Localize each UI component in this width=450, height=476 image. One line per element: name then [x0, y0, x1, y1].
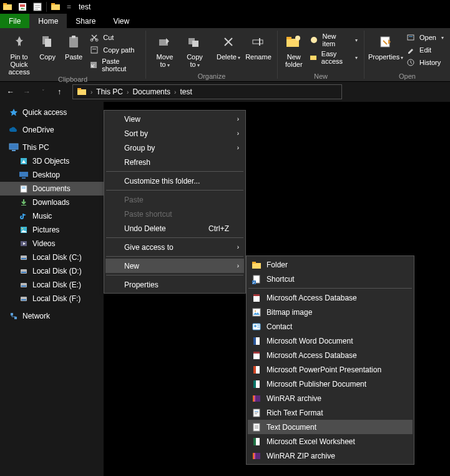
edit-button[interactable]: Edit: [403, 44, 446, 56]
sidebar-onedrive[interactable]: OneDrive: [0, 123, 104, 137]
ctx-pasteshortcut: Paste shortcut: [105, 207, 244, 221]
svg-rect-41: [22, 187, 26, 187]
new-microsoft-access-database[interactable]: Microsoft Access Database: [248, 348, 413, 362]
address-bar[interactable]: › This PC › Documents › test: [72, 84, 342, 99]
sidebar-item-icon: [19, 266, 29, 276]
sidebar-item-local-disk-f-[interactable]: Local Disk (F:): [0, 292, 104, 305]
new-contact[interactable]: Contact: [248, 319, 413, 334]
ctx-paste: Paste: [105, 192, 244, 207]
ctx-customize[interactable]: Customize this folder...: [105, 174, 244, 188]
ribbon: Pin to Quick access Copy Paste Cut Copy …: [0, 28, 450, 82]
new-folder[interactable]: Folder: [248, 257, 413, 272]
chevron-right-icon: ›: [237, 130, 239, 137]
cut-button[interactable]: Cut: [87, 32, 142, 43]
pc-icon: [9, 142, 19, 152]
moveto-button[interactable]: Move to▾: [150, 29, 180, 69]
svg-rect-63: [253, 294, 260, 296]
pin-quickaccess-button[interactable]: Pin to Quick access: [4, 29, 34, 76]
new-item-label: Microsoft Access Database: [267, 294, 357, 302]
nav-up-button[interactable]: ↑: [52, 85, 66, 99]
open-button[interactable]: Open▾: [403, 32, 446, 43]
delete-button[interactable]: Delete▾: [213, 29, 243, 62]
title-bar: = test: [0, 0, 450, 14]
svg-rect-38: [19, 172, 28, 177]
new-rich-text-format[interactable]: Rich Text Format: [248, 405, 413, 420]
new-winrar-zip-archive[interactable]: WinRAR ZIP archive: [248, 449, 413, 463]
open-icon: [406, 32, 416, 42]
ctx-undo-shortcut: Ctrl+Z: [208, 224, 229, 233]
newfolder-button[interactable]: New folder: [281, 29, 306, 68]
sidebar-item-pictures[interactable]: Pictures: [0, 223, 104, 237]
tab-file[interactable]: File: [0, 14, 29, 28]
tab-share[interactable]: Share: [67, 14, 104, 28]
new-text-document[interactable]: Text Document: [248, 420, 413, 434]
rename-button[interactable]: Rename: [243, 29, 273, 61]
new-bitmap-image[interactable]: Bitmap image: [248, 305, 413, 319]
ctx-refresh[interactable]: Refresh: [105, 155, 244, 169]
new-microsoft-excel-worksheet[interactable]: Microsoft Excel Worksheet: [248, 434, 413, 449]
new-microsoft-publisher-document[interactable]: Microsoft Publisher Document: [248, 377, 413, 391]
copyto-button[interactable]: Copy to▾: [180, 29, 210, 69]
sidebar-item-downloads[interactable]: Downloads: [0, 196, 104, 209]
sidebar-item-local-disk-e-[interactable]: Local Disk (E:): [0, 278, 104, 292]
moveto-label: Move to: [157, 53, 174, 68]
history-button[interactable]: History: [403, 57, 446, 68]
nav-back-button[interactable]: ←: [4, 85, 17, 99]
sidebar-item-local-disk-c-[interactable]: Local Disk (C:): [0, 250, 104, 264]
save-icon[interactable]: [17, 2, 27, 12]
sidebar-onedrive-label: OneDrive: [22, 126, 54, 134]
sidebar-item-music[interactable]: Music: [0, 209, 104, 223]
crumb-test[interactable]: test: [176, 87, 195, 96]
new-submenu: FolderShortcutMicrosoft Access DatabaseB…: [246, 255, 414, 465]
properties-shortcut-icon[interactable]: [32, 2, 42, 12]
svg-rect-75: [253, 366, 256, 374]
svg-rect-33: [77, 89, 86, 95]
ribbon-group-organize: Move to▾ Copy to▾ Delete▾ Rename Organiz…: [146, 28, 277, 81]
crumb-documents[interactable]: Documents: [129, 87, 174, 96]
new-microsoft-access-database[interactable]: Microsoft Access Database: [248, 290, 413, 305]
sidebar-item-3d-objects[interactable]: 3D Objects: [0, 154, 104, 168]
ctx-groupby[interactable]: Group by›: [105, 141, 244, 155]
ctx-undo[interactable]: Undo DeleteCtrl+Z: [105, 221, 244, 236]
sidebar-item-videos[interactable]: Videos: [0, 237, 104, 250]
pasteshortcut-button[interactable]: Paste shortcut: [87, 57, 142, 73]
ctx-properties[interactable]: Properties: [105, 277, 244, 292]
ctx-view[interactable]: View›: [105, 112, 244, 126]
titlebar-separator: [46, 2, 47, 12]
sidebar-item-local-disk-d-[interactable]: Local Disk (D:): [0, 264, 104, 278]
easyaccess-button[interactable]: Easy access▾: [306, 49, 360, 66]
properties-button[interactable]: Properties▾: [368, 29, 403, 62]
new-microsoft-word-document[interactable]: Microsoft Word Document: [248, 334, 413, 348]
ctx-separator: [106, 275, 243, 275]
crumb-thispc[interactable]: This PC: [92, 87, 127, 96]
newitem-button[interactable]: New item▾: [306, 32, 360, 48]
svg-rect-88: [255, 428, 258, 429]
new-group-label: New: [314, 72, 328, 81]
sidebar-item-icon: [19, 239, 29, 249]
filetype-icon: [252, 350, 262, 360]
filetype-icon: [252, 336, 262, 346]
new-winrar-archive[interactable]: WinRAR archive: [248, 391, 413, 405]
copypath-button[interactable]: Copy path: [87, 44, 142, 56]
svg-rect-82: [255, 411, 258, 412]
new-shortcut[interactable]: Shortcut: [248, 272, 413, 286]
sidebar-item-documents[interactable]: Documents: [0, 182, 104, 196]
new-item-label: Shortcut: [267, 275, 295, 284]
tab-home[interactable]: Home: [29, 14, 67, 28]
tab-view[interactable]: View: [104, 14, 138, 28]
copy-button[interactable]: Copy: [34, 29, 61, 61]
sidebar-quickaccess[interactable]: Quick access: [0, 106, 104, 119]
svg-rect-90: [253, 438, 256, 445]
nav-recent-button[interactable]: ˅: [36, 85, 50, 99]
paste-button[interactable]: Paste: [61, 29, 87, 61]
cloud-icon: [9, 125, 19, 135]
sidebar-item-desktop[interactable]: Desktop: [0, 168, 104, 182]
nav-forward-button[interactable]: →: [20, 85, 34, 99]
sidebar-network[interactable]: Network: [0, 309, 104, 323]
ctx-giveaccess[interactable]: Give access to›: [105, 240, 244, 254]
sidebar-thispc[interactable]: This PC: [0, 141, 104, 154]
new-microsoft-powerpoint-presentation[interactable]: Microsoft PowerPoint Presentation: [248, 362, 413, 377]
ctx-sortby[interactable]: Sort by›: [105, 126, 244, 141]
pin-icon: [9, 32, 29, 52]
ctx-new[interactable]: New›: [105, 259, 244, 273]
